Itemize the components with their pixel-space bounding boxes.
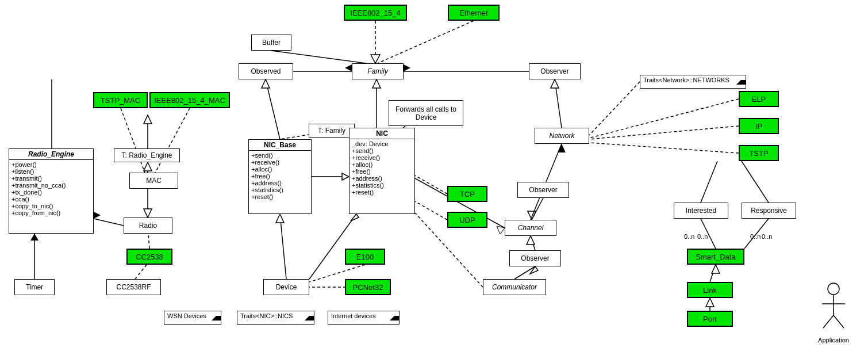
svg-marker-13	[372, 79, 381, 88]
svg-line-54	[701, 161, 717, 203]
cardinality-0n-left: 0..n	[684, 233, 694, 240]
channel-box: Channel	[505, 220, 556, 236]
mac-box: MAC	[129, 173, 178, 189]
svg-marker-49	[530, 266, 538, 274]
cc2538-box: CC2538	[126, 249, 172, 265]
svg-text:0..n: 0..n	[697, 233, 708, 240]
tstp-box: TSTP	[739, 145, 779, 161]
svg-marker-31	[144, 209, 152, 218]
svg-line-53	[415, 201, 447, 220]
t-radio-engine-box: T: Radio_Engine	[114, 148, 180, 162]
observer-mid-box: Observer	[517, 182, 569, 198]
svg-line-52	[415, 175, 447, 194]
svg-point-67	[828, 283, 839, 295]
internet-devices-box: Internet devices	[328, 311, 400, 325]
svg-marker-37	[276, 214, 284, 223]
svg-marker-9	[262, 79, 270, 88]
observer-top-box: Observer	[529, 63, 581, 79]
ieee802-15-4-mac-box: IEEE802_15_4_MAC	[149, 92, 230, 108]
forwards-calls-box: Forwards all calls to Device	[389, 100, 463, 126]
svg-line-14	[555, 79, 562, 128]
svg-line-36	[280, 214, 286, 279]
svg-marker-45	[558, 144, 566, 152]
observer-low-box: Observer	[509, 250, 561, 266]
svg-line-17	[589, 99, 739, 138]
svg-line-19	[589, 143, 739, 153]
svg-marker-15	[551, 79, 559, 88]
svg-line-27	[155, 108, 190, 173]
svg-marker-63	[706, 298, 714, 307]
link-box: Link	[687, 282, 733, 298]
application-stickman: Application	[816, 282, 851, 344]
svg-line-70	[823, 315, 834, 328]
nic-base-box: NIC_Base +send() +receive() +alloc() +fr…	[248, 139, 312, 214]
svg-line-38	[309, 214, 356, 279]
e100-box: E100	[345, 249, 385, 265]
ethernet-box: Ethernet	[448, 5, 500, 21]
svg-marker-51	[497, 226, 505, 234]
observed-box: Observed	[239, 63, 293, 79]
wsn-devices-box: WSN Devices	[164, 311, 221, 325]
svg-text:0..n: 0..n	[762, 233, 772, 240]
svg-line-48	[514, 266, 535, 279]
svg-line-71	[834, 315, 844, 328]
timer-box: Timer	[14, 279, 55, 295]
svg-line-33	[135, 265, 147, 279]
family-box: Family	[352, 63, 404, 79]
svg-marker-39	[351, 214, 359, 221]
elp-box: ELP	[739, 91, 779, 107]
svg-line-20	[94, 219, 124, 226]
udp-box: UDP	[447, 212, 487, 228]
nic-box: NIC _dev: Device +send() +receive() +all…	[349, 128, 415, 214]
smart-data-box: Smart_Data	[687, 249, 744, 265]
svg-line-32	[148, 234, 149, 249]
responsive-box: Responsive	[742, 203, 796, 219]
svg-marker-11	[342, 173, 349, 180]
buffer-box: Buffer	[251, 35, 291, 51]
svg-marker-1	[371, 55, 380, 63]
ip-box: IP	[739, 118, 779, 134]
svg-line-55	[742, 161, 769, 203]
svg-line-18	[589, 126, 739, 139]
network-box: Network	[535, 128, 589, 144]
cc2538rf-box: CC2538RF	[106, 279, 161, 295]
radio-box: Radio	[124, 218, 172, 234]
port-box: Port	[687, 311, 733, 327]
device-box: Device	[263, 279, 309, 295]
communicator-box: Communicator	[483, 279, 546, 295]
svg-line-3	[271, 51, 366, 63]
ieee802-15-4-box: IEEE802_15_4	[344, 5, 407, 21]
svg-line-8	[266, 79, 280, 139]
svg-line-60	[710, 265, 716, 282]
traits-nic-box: Traits<NIC>::NICS	[237, 311, 314, 325]
tstp-mac-box: TSTP_MAC	[93, 92, 148, 108]
radio-engine-box: Radio_Engine +power() +listen() +transmi…	[9, 148, 94, 234]
diagram-container: 0..n 0..n IEEE802_15_4 Ethernet Buffer	[0, 0, 868, 351]
cardinality-0n-right: 0..n	[750, 233, 761, 240]
svg-marker-24	[144, 162, 152, 171]
svg-line-56	[701, 219, 716, 249]
svg-marker-29	[144, 115, 152, 124]
svg-line-2	[378, 21, 474, 63]
svg-marker-35	[30, 234, 39, 241]
pcnet32-box: PCNet32	[345, 279, 391, 295]
svg-line-26	[121, 108, 145, 173]
svg-line-46	[531, 236, 535, 250]
svg-marker-43	[528, 211, 536, 220]
t-family-box: T: Family	[309, 124, 355, 138]
interested-box: Interested	[674, 203, 728, 219]
tcp-box: TCP	[447, 186, 487, 202]
svg-marker-61	[712, 265, 720, 273]
svg-line-42	[532, 198, 543, 220]
traits-network-box: Traits<Network>::NETWORKS	[640, 75, 746, 89]
svg-marker-47	[527, 236, 535, 245]
svg-line-16	[589, 82, 640, 135]
